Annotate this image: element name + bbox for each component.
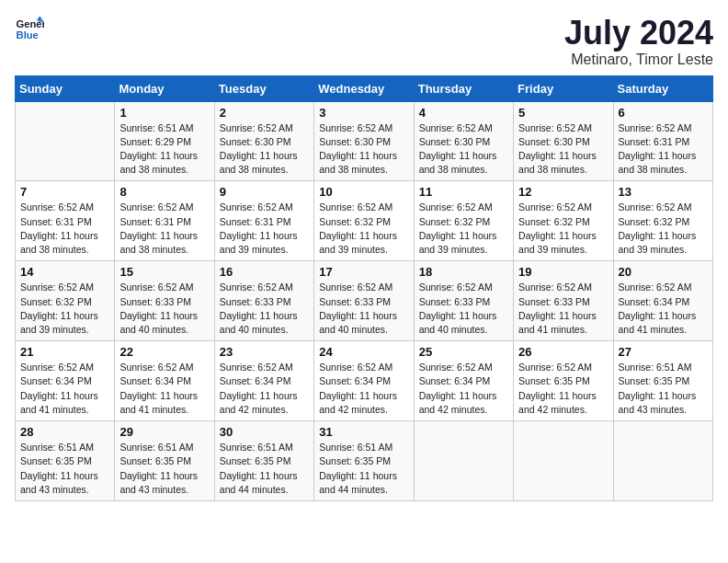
- calendar-cell: [16, 101, 115, 181]
- calendar-cell: 15Sunrise: 6:52 AMSunset: 6:33 PMDayligh…: [115, 261, 214, 341]
- calendar-cell: 3Sunrise: 6:52 AMSunset: 6:30 PMDaylight…: [314, 101, 414, 181]
- calendar-cell: 25Sunrise: 6:52 AMSunset: 6:34 PMDayligh…: [414, 341, 513, 421]
- title-block: July 2024 Metinaro, Timor Leste: [564, 15, 713, 68]
- day-number: 16: [220, 265, 309, 279]
- day-number: 6: [619, 106, 708, 120]
- calendar-cell: 23Sunrise: 6:52 AMSunset: 6:34 PMDayligh…: [214, 341, 313, 421]
- calendar-cell: [514, 421, 613, 501]
- day-info: Sunrise: 6:52 AMSunset: 6:34 PMDaylight:…: [119, 361, 209, 417]
- calendar-cell: 2Sunrise: 6:52 AMSunset: 6:30 PMDaylight…: [214, 101, 313, 181]
- day-number: 4: [419, 106, 508, 120]
- day-info: Sunrise: 6:52 AMSunset: 6:30 PMDaylight:…: [220, 121, 309, 178]
- day-info: Sunrise: 6:52 AMSunset: 6:35 PMDaylight:…: [518, 361, 608, 417]
- day-number: 20: [619, 265, 708, 279]
- calendar-cell: [613, 421, 712, 501]
- day-info: Sunrise: 6:52 AMSunset: 6:32 PMDaylight:…: [619, 201, 708, 257]
- day-number: 3: [319, 106, 408, 120]
- day-number: 5: [518, 106, 608, 120]
- month-title: July 2024: [564, 15, 713, 52]
- calendar-table: SundayMondayTuesdayWednesdayThursdayFrid…: [15, 75, 713, 501]
- calendar-cell: 4Sunrise: 6:52 AMSunset: 6:30 PMDaylight…: [414, 101, 513, 181]
- calendar-week-row: 7Sunrise: 6:52 AMSunset: 6:31 PMDaylight…: [16, 181, 713, 261]
- day-number: 26: [518, 345, 608, 359]
- day-number: 19: [518, 265, 608, 279]
- column-header-wednesday: Wednesday: [314, 75, 414, 101]
- calendar-cell: 27Sunrise: 6:51 AMSunset: 6:35 PMDayligh…: [613, 341, 712, 421]
- day-number: 2: [220, 106, 309, 120]
- page-header: General Blue July 2024 Metinaro, Timor L…: [15, 15, 713, 68]
- calendar-week-row: 21Sunrise: 6:52 AMSunset: 6:34 PMDayligh…: [16, 341, 713, 421]
- calendar-cell: 17Sunrise: 6:52 AMSunset: 6:33 PMDayligh…: [314, 261, 414, 341]
- day-info: Sunrise: 6:52 AMSunset: 6:34 PMDaylight:…: [20, 361, 109, 417]
- day-number: 1: [119, 106, 209, 120]
- calendar-cell: 10Sunrise: 6:52 AMSunset: 6:32 PMDayligh…: [314, 181, 414, 261]
- calendar-cell: 29Sunrise: 6:51 AMSunset: 6:35 PMDayligh…: [115, 421, 214, 501]
- calendar-week-row: 28Sunrise: 6:51 AMSunset: 6:35 PMDayligh…: [16, 421, 713, 501]
- day-info: Sunrise: 6:52 AMSunset: 6:34 PMDaylight:…: [220, 361, 309, 417]
- calendar-cell: 22Sunrise: 6:52 AMSunset: 6:34 PMDayligh…: [115, 341, 214, 421]
- day-info: Sunrise: 6:52 AMSunset: 6:33 PMDaylight:…: [319, 281, 408, 337]
- day-info: Sunrise: 6:52 AMSunset: 6:30 PMDaylight:…: [319, 121, 408, 178]
- day-number: 10: [319, 185, 408, 199]
- day-info: Sunrise: 6:51 AMSunset: 6:35 PMDaylight:…: [220, 441, 309, 497]
- calendar-cell: [414, 421, 513, 501]
- calendar-cell: 9Sunrise: 6:52 AMSunset: 6:31 PMDaylight…: [214, 181, 313, 261]
- day-number: 8: [119, 185, 209, 199]
- calendar-cell: 24Sunrise: 6:52 AMSunset: 6:34 PMDayligh…: [314, 341, 414, 421]
- day-number: 18: [419, 265, 508, 279]
- day-number: 15: [119, 265, 209, 279]
- day-number: 27: [619, 345, 708, 359]
- calendar-cell: 14Sunrise: 6:52 AMSunset: 6:32 PMDayligh…: [16, 261, 115, 341]
- day-number: 17: [319, 265, 408, 279]
- calendar-cell: 8Sunrise: 6:52 AMSunset: 6:31 PMDaylight…: [115, 181, 214, 261]
- calendar-cell: 18Sunrise: 6:52 AMSunset: 6:33 PMDayligh…: [414, 261, 513, 341]
- calendar-cell: 5Sunrise: 6:52 AMSunset: 6:30 PMDaylight…: [514, 101, 613, 181]
- day-number: 21: [20, 345, 109, 359]
- day-info: Sunrise: 6:52 AMSunset: 6:30 PMDaylight:…: [518, 121, 608, 178]
- calendar-cell: 30Sunrise: 6:51 AMSunset: 6:35 PMDayligh…: [214, 421, 313, 501]
- day-info: Sunrise: 6:51 AMSunset: 6:35 PMDaylight:…: [319, 441, 408, 497]
- column-header-saturday: Saturday: [613, 75, 712, 101]
- calendar-cell: 19Sunrise: 6:52 AMSunset: 6:33 PMDayligh…: [514, 261, 613, 341]
- day-info: Sunrise: 6:52 AMSunset: 6:33 PMDaylight:…: [119, 281, 209, 337]
- calendar-cell: 12Sunrise: 6:52 AMSunset: 6:32 PMDayligh…: [514, 181, 613, 261]
- day-number: 9: [220, 185, 309, 199]
- day-info: Sunrise: 6:52 AMSunset: 6:32 PMDaylight:…: [518, 201, 608, 257]
- day-number: 30: [220, 425, 309, 439]
- calendar-cell: 7Sunrise: 6:52 AMSunset: 6:31 PMDaylight…: [16, 181, 115, 261]
- day-number: 11: [419, 185, 508, 199]
- calendar-header-row: SundayMondayTuesdayWednesdayThursdayFrid…: [16, 75, 713, 101]
- day-number: 31: [319, 425, 408, 439]
- day-info: Sunrise: 6:52 AMSunset: 6:34 PMDaylight:…: [419, 361, 508, 417]
- calendar-cell: 11Sunrise: 6:52 AMSunset: 6:32 PMDayligh…: [414, 181, 513, 261]
- day-info: Sunrise: 6:51 AMSunset: 6:29 PMDaylight:…: [119, 121, 209, 178]
- calendar-week-row: 14Sunrise: 6:52 AMSunset: 6:32 PMDayligh…: [16, 261, 713, 341]
- day-info: Sunrise: 6:52 AMSunset: 6:32 PMDaylight:…: [419, 201, 508, 257]
- day-info: Sunrise: 6:52 AMSunset: 6:32 PMDaylight:…: [20, 281, 109, 337]
- calendar-cell: 28Sunrise: 6:51 AMSunset: 6:35 PMDayligh…: [16, 421, 115, 501]
- day-info: Sunrise: 6:52 AMSunset: 6:30 PMDaylight:…: [419, 121, 508, 178]
- calendar-cell: 13Sunrise: 6:52 AMSunset: 6:32 PMDayligh…: [613, 181, 712, 261]
- logo-icon: General Blue: [15, 15, 44, 44]
- day-info: Sunrise: 6:51 AMSunset: 6:35 PMDaylight:…: [119, 441, 209, 497]
- day-number: 24: [319, 345, 408, 359]
- day-number: 12: [518, 185, 608, 199]
- calendar-cell: 21Sunrise: 6:52 AMSunset: 6:34 PMDayligh…: [16, 341, 115, 421]
- column-header-friday: Friday: [514, 75, 613, 101]
- column-header-tuesday: Tuesday: [214, 75, 313, 101]
- day-info: Sunrise: 6:52 AMSunset: 6:31 PMDaylight:…: [220, 201, 309, 257]
- day-number: 7: [20, 185, 109, 199]
- calendar-cell: 16Sunrise: 6:52 AMSunset: 6:33 PMDayligh…: [214, 261, 313, 341]
- day-info: Sunrise: 6:52 AMSunset: 6:31 PMDaylight:…: [119, 201, 209, 257]
- logo: General Blue: [15, 15, 44, 44]
- svg-text:Blue: Blue: [17, 29, 39, 40]
- day-number: 14: [20, 265, 109, 279]
- day-info: Sunrise: 6:51 AMSunset: 6:35 PMDaylight:…: [619, 361, 708, 417]
- day-info: Sunrise: 6:51 AMSunset: 6:35 PMDaylight:…: [20, 441, 109, 497]
- calendar-week-row: 1Sunrise: 6:51 AMSunset: 6:29 PMDaylight…: [16, 101, 713, 181]
- day-info: Sunrise: 6:52 AMSunset: 6:33 PMDaylight:…: [518, 281, 608, 337]
- day-info: Sunrise: 6:52 AMSunset: 6:31 PMDaylight:…: [20, 201, 109, 257]
- column-header-monday: Monday: [115, 75, 214, 101]
- day-info: Sunrise: 6:52 AMSunset: 6:31 PMDaylight:…: [619, 121, 708, 178]
- day-info: Sunrise: 6:52 AMSunset: 6:34 PMDaylight:…: [319, 361, 408, 417]
